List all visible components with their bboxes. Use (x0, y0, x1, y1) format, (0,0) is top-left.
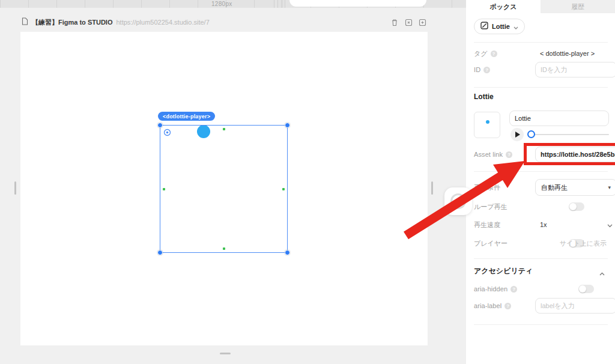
tag-value: < dotlottie-player > (535, 50, 595, 57)
loop-toggle[interactable] (569, 202, 584, 211)
tag-help-icon: ? (491, 50, 497, 57)
aria-label-input[interactable] (535, 298, 615, 314)
trash-icon[interactable] (390, 18, 399, 26)
resize-handle-top-left[interactable] (157, 123, 163, 128)
asset-link-help-icon: ? (506, 151, 512, 158)
play-condition-value: 自動再生 (541, 183, 568, 192)
annotation-highlight-box (524, 143, 615, 165)
ruler-width-pill (289, 0, 426, 7)
selection-tag-badge[interactable]: <dotlottie-player> (158, 112, 215, 121)
loop-label: ループ再生 (474, 202, 507, 211)
anchor-target-icon[interactable] (163, 128, 171, 139)
speed-row: 再生速度 1x (474, 220, 609, 229)
page-document-icon (22, 17, 28, 28)
loop-row: ループ再生 (474, 202, 609, 211)
chevron-down-icon[interactable] (607, 219, 613, 230)
timeline-slider-track (531, 134, 609, 135)
page-bar: 【練習】Figma to STUDIO https://plum502254.s… (22, 17, 210, 27)
toggle-knob (569, 203, 577, 210)
page-title[interactable]: 【練習】Figma to STUDIO (32, 18, 112, 27)
aria-label-row: aria-label ? (474, 298, 609, 314)
live-preview-button[interactable] (444, 187, 472, 215)
aria-label-help-icon: ? (504, 303, 511, 309)
player-label: プレイヤー (474, 239, 507, 248)
canvas-resize-handle-bottom[interactable] (220, 353, 231, 354)
id-help-icon: ? (483, 67, 490, 73)
aria-hidden-help-icon: ? (510, 286, 517, 293)
spacing-marker-left (163, 188, 165, 190)
box-element-icon (480, 21, 488, 32)
accessibility-title: アクセシビリティ (474, 266, 533, 276)
canvas-width-label: 1280px (211, 1, 232, 7)
timeline-slider-handle[interactable] (527, 130, 535, 138)
aria-hidden-row: aria-hidden ? (474, 284, 609, 294)
canvas-resize-handle-left[interactable] (14, 181, 16, 195)
tag-label: タグ (474, 49, 488, 58)
element-type-selector[interactable]: Lottie (474, 19, 525, 34)
play-condition-label: 再生条件 (474, 183, 500, 192)
id-row: ID ? (474, 62, 609, 77)
canvas-resize-handle-right[interactable] (431, 181, 433, 195)
thumbnail-dot (486, 120, 489, 124)
id-label: ID (474, 66, 480, 73)
play-condition-row: 再生条件 自動再生 ▾ (474, 179, 609, 196)
play-button[interactable] (510, 128, 524, 141)
collapse-chevron-up-icon[interactable] (599, 267, 605, 278)
toggle-knob (579, 285, 586, 293)
lottie-section-title: Lottie (474, 93, 494, 101)
resize-handle-top-right[interactable] (285, 123, 290, 128)
speed-label: 再生速度 (474, 220, 500, 229)
lottie-name-input[interactable] (509, 111, 609, 126)
page-url[interactable]: https://plum502254.studio.site/7 (116, 19, 209, 26)
resize-handle-bottom-left[interactable] (157, 250, 163, 255)
element-type-label: Lottie (492, 23, 510, 30)
player-hint: サイト上に表示 (560, 239, 607, 248)
spacing-marker-right (282, 188, 285, 190)
chevron-down-icon (514, 21, 518, 32)
app-window: 1280px 【練習】Figma to STUDIO https://plum5… (0, 0, 615, 364)
properties-panel: ボックス 履歴 Lottie タグ ? < dotlottie-player >… (466, 0, 615, 364)
canvas-toolbar (390, 18, 426, 26)
speed-value[interactable]: 1x (535, 221, 547, 228)
tab-history[interactable]: 履歴 (541, 0, 615, 13)
tab-box[interactable]: ボックス (466, 0, 541, 13)
player-row: プレイヤー サイト上に表示 (474, 238, 609, 248)
selection-box[interactable] (160, 125, 288, 253)
tag-row: タグ ? < dotlottie-player > (474, 48, 609, 59)
canvas-ruler: 1280px (0, 0, 466, 8)
id-input[interactable] (535, 62, 615, 77)
add-page-icon[interactable] (418, 18, 426, 26)
aria-hidden-label: aria-hidden (474, 285, 507, 293)
lottie-thumbnail[interactable] (474, 112, 500, 138)
play-condition-select[interactable]: 自動再生 ▾ (535, 179, 615, 196)
panel-tabbar: ボックス 履歴 (466, 0, 615, 13)
aria-label-label: aria-label (474, 302, 501, 309)
asset-link-label: Asset link (474, 151, 503, 158)
spacing-marker-bottom (223, 247, 225, 250)
caret-down-icon: ▾ (608, 184, 611, 190)
preview-ring-icon (450, 193, 466, 209)
aria-hidden-toggle[interactable] (578, 285, 594, 293)
resize-handle-bottom-right[interactable] (285, 250, 290, 255)
play-icon (515, 132, 520, 138)
spacing-marker-top (223, 128, 225, 130)
duplicate-page-icon[interactable] (404, 18, 413, 26)
